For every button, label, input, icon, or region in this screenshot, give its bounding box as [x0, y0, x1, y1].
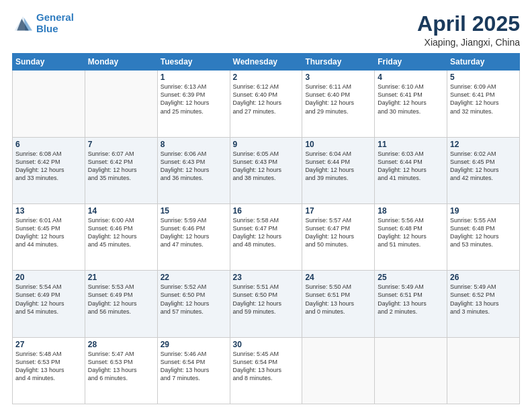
table-row: 22Sunrise: 5:52 AM Sunset: 6:50 PM Dayli…: [157, 271, 230, 337]
table-row: 8Sunrise: 6:06 AM Sunset: 6:43 PM Daylig…: [157, 137, 230, 203]
table-row: 19Sunrise: 5:55 AM Sunset: 6:48 PM Dayli…: [447, 203, 520, 270]
day-number: 26: [450, 273, 517, 282]
day-number: 19: [450, 206, 517, 216]
cell-info: Sunrise: 5:50 AM Sunset: 6:51 PM Dayligh…: [305, 283, 371, 316]
table-row: [85, 71, 157, 137]
table-row: 13Sunrise: 6:01 AM Sunset: 6:45 PM Dayli…: [13, 203, 85, 270]
cell-info: Sunrise: 6:08 AM Sunset: 6:42 PM Dayligh…: [15, 150, 82, 183]
cell-info: Sunrise: 5:46 AM Sunset: 6:54 PM Dayligh…: [161, 350, 227, 383]
cell-info: Sunrise: 6:05 AM Sunset: 6:43 PM Dayligh…: [233, 150, 300, 183]
table-row: 21Sunrise: 5:53 AM Sunset: 6:49 PM Dayli…: [85, 271, 157, 337]
cell-info: Sunrise: 6:01 AM Sunset: 6:45 PM Dayligh…: [15, 216, 82, 249]
day-number: 13: [15, 206, 82, 216]
table-row: 27Sunrise: 5:48 AM Sunset: 6:53 PM Dayli…: [13, 337, 85, 404]
table-row: 16Sunrise: 5:58 AM Sunset: 6:47 PM Dayli…: [230, 203, 302, 270]
day-number: 29: [161, 340, 227, 349]
day-number: 9: [233, 140, 300, 149]
table-row: 20Sunrise: 5:54 AM Sunset: 6:49 PM Dayli…: [13, 271, 85, 337]
table-row: 7Sunrise: 6:07 AM Sunset: 6:42 PM Daylig…: [85, 137, 157, 203]
day-number: 1: [161, 73, 227, 82]
day-number: 12: [450, 140, 517, 149]
calendar-header-row: Sunday Monday Tuesday Wednesday Thursday…: [13, 54, 520, 71]
col-tuesday: Tuesday: [157, 54, 230, 71]
table-row: [302, 337, 375, 404]
calendar-week-row: 20Sunrise: 5:54 AM Sunset: 6:49 PM Dayli…: [13, 271, 520, 337]
cell-info: Sunrise: 6:09 AM Sunset: 6:41 PM Dayligh…: [450, 83, 517, 116]
day-number: 18: [378, 206, 444, 216]
calendar-week-row: 27Sunrise: 5:48 AM Sunset: 6:53 PM Dayli…: [13, 337, 520, 404]
day-number: 23: [233, 273, 300, 282]
cell-info: Sunrise: 6:00 AM Sunset: 6:46 PM Dayligh…: [88, 216, 154, 249]
cell-info: Sunrise: 5:49 AM Sunset: 6:52 PM Dayligh…: [450, 283, 517, 316]
cell-info: Sunrise: 6:12 AM Sunset: 6:40 PM Dayligh…: [233, 83, 300, 116]
day-number: 7: [88, 140, 154, 149]
table-row: 3Sunrise: 6:11 AM Sunset: 6:40 PM Daylig…: [302, 71, 375, 137]
cell-info: Sunrise: 5:56 AM Sunset: 6:48 PM Dayligh…: [378, 216, 444, 249]
day-number: 8: [161, 140, 227, 149]
day-number: 20: [15, 273, 82, 282]
cell-info: Sunrise: 5:54 AM Sunset: 6:49 PM Dayligh…: [15, 283, 82, 316]
table-row: [13, 71, 85, 137]
day-number: 4: [378, 73, 444, 82]
cell-info: Sunrise: 6:10 AM Sunset: 6:41 PM Dayligh…: [378, 83, 444, 116]
cell-info: Sunrise: 6:04 AM Sunset: 6:44 PM Dayligh…: [305, 150, 371, 183]
day-number: 10: [305, 140, 371, 149]
col-monday: Monday: [85, 54, 157, 71]
cell-info: Sunrise: 6:03 AM Sunset: 6:44 PM Dayligh…: [378, 150, 444, 183]
cell-info: Sunrise: 6:02 AM Sunset: 6:45 PM Dayligh…: [450, 150, 517, 183]
day-number: 11: [378, 140, 444, 149]
table-row: 15Sunrise: 5:59 AM Sunset: 6:46 PM Dayli…: [157, 203, 230, 270]
table-row: 12Sunrise: 6:02 AM Sunset: 6:45 PM Dayli…: [447, 137, 520, 203]
cell-info: Sunrise: 5:51 AM Sunset: 6:50 PM Dayligh…: [233, 283, 300, 316]
table-row: 2Sunrise: 6:12 AM Sunset: 6:40 PM Daylig…: [230, 71, 302, 137]
title-block: April 2025 Xiaping, Jiangxi, China: [417, 12, 520, 48]
subtitle: Xiaping, Jiangxi, China: [417, 37, 520, 48]
day-number: 24: [305, 273, 371, 282]
day-number: 25: [378, 273, 444, 282]
day-number: 2: [233, 73, 300, 82]
calendar-week-row: 13Sunrise: 6:01 AM Sunset: 6:45 PM Dayli…: [13, 203, 520, 270]
day-number: 15: [161, 206, 227, 216]
table-row: 23Sunrise: 5:51 AM Sunset: 6:50 PM Dayli…: [230, 271, 302, 337]
col-sunday: Sunday: [13, 54, 85, 71]
table-row: 14Sunrise: 6:00 AM Sunset: 6:46 PM Dayli…: [85, 203, 157, 270]
day-number: 5: [450, 73, 517, 82]
day-number: 21: [88, 273, 154, 282]
table-row: 29Sunrise: 5:46 AM Sunset: 6:54 PM Dayli…: [157, 337, 230, 404]
table-row: 6Sunrise: 6:08 AM Sunset: 6:42 PM Daylig…: [13, 137, 85, 203]
table-row: 26Sunrise: 5:49 AM Sunset: 6:52 PM Dayli…: [447, 271, 520, 337]
col-thursday: Thursday: [302, 54, 375, 71]
table-row: 30Sunrise: 5:45 AM Sunset: 6:54 PM Dayli…: [230, 337, 302, 404]
cell-info: Sunrise: 5:53 AM Sunset: 6:49 PM Dayligh…: [88, 283, 154, 316]
cell-info: Sunrise: 5:45 AM Sunset: 6:54 PM Dayligh…: [233, 350, 300, 383]
cell-info: Sunrise: 6:07 AM Sunset: 6:42 PM Dayligh…: [88, 150, 154, 183]
page: General Blue April 2025 Xiaping, Jiangxi…: [0, 0, 532, 411]
table-row: 17Sunrise: 5:57 AM Sunset: 6:47 PM Dayli…: [302, 203, 375, 270]
table-row: [447, 337, 520, 404]
logo-icon: [12, 14, 34, 33]
main-title: April 2025: [417, 12, 520, 36]
cell-info: Sunrise: 6:11 AM Sunset: 6:40 PM Dayligh…: [305, 83, 371, 116]
day-number: 17: [305, 206, 371, 216]
col-saturday: Saturday: [447, 54, 520, 71]
cell-info: Sunrise: 6:13 AM Sunset: 6:39 PM Dayligh…: [161, 83, 227, 116]
col-friday: Friday: [375, 54, 447, 71]
table-row: 10Sunrise: 6:04 AM Sunset: 6:44 PM Dayli…: [302, 137, 375, 203]
day-number: 28: [88, 340, 154, 349]
table-row: [375, 337, 447, 404]
cell-info: Sunrise: 5:55 AM Sunset: 6:48 PM Dayligh…: [450, 216, 517, 249]
cell-info: Sunrise: 5:47 AM Sunset: 6:53 PM Dayligh…: [88, 350, 154, 383]
day-number: 3: [305, 73, 371, 82]
day-number: 27: [15, 340, 82, 349]
day-number: 16: [233, 206, 300, 216]
table-row: 24Sunrise: 5:50 AM Sunset: 6:51 PM Dayli…: [302, 271, 375, 337]
day-number: 6: [15, 140, 82, 149]
calendar-week-row: 6Sunrise: 6:08 AM Sunset: 6:42 PM Daylig…: [13, 137, 520, 203]
table-row: 9Sunrise: 6:05 AM Sunset: 6:43 PM Daylig…: [230, 137, 302, 203]
col-wednesday: Wednesday: [230, 54, 302, 71]
table-row: 25Sunrise: 5:49 AM Sunset: 6:51 PM Dayli…: [375, 271, 447, 337]
day-number: 14: [88, 206, 154, 216]
calendar-week-row: 1Sunrise: 6:13 AM Sunset: 6:39 PM Daylig…: [13, 71, 520, 137]
cell-info: Sunrise: 5:52 AM Sunset: 6:50 PM Dayligh…: [161, 283, 227, 316]
header: General Blue April 2025 Xiaping, Jiangxi…: [12, 12, 520, 48]
